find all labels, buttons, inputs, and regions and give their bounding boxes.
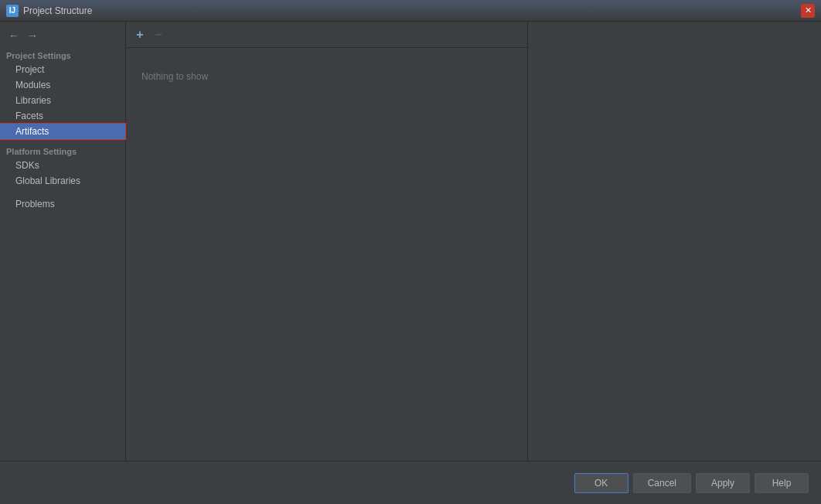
main-container: ← → Project Settings Project Modules Lib… xyxy=(0,22,821,504)
right-panel xyxy=(527,22,821,461)
title-bar-left: IJ Project Structure xyxy=(6,5,92,17)
panel-toolbar: + − xyxy=(126,22,527,48)
content-area: ← → Project Settings Project Modules Lib… xyxy=(0,22,821,461)
apply-button[interactable]: Apply xyxy=(696,473,750,493)
sidebar-item-sdks[interactable]: SDKs xyxy=(0,158,125,173)
sidebar-nav: ← → xyxy=(0,25,125,48)
sidebar-item-problems[interactable]: Problems xyxy=(0,196,125,212)
remove-artifact-button[interactable]: − xyxy=(151,27,166,43)
main-panel: + − Nothing to show xyxy=(126,22,527,461)
sidebar-item-global-libraries[interactable]: Global Libraries xyxy=(0,173,125,189)
title-bar: IJ Project Structure ✕ xyxy=(0,0,821,22)
add-artifact-button[interactable]: + xyxy=(132,27,148,43)
sidebar-item-modules[interactable]: Modules xyxy=(0,77,125,93)
close-button[interactable]: ✕ xyxy=(801,4,815,18)
sidebar-item-project[interactable]: Project xyxy=(0,62,125,77)
bottom-bar: OK Cancel Apply Help xyxy=(0,461,821,504)
ok-button[interactable]: OK xyxy=(574,473,629,493)
app-icon: IJ xyxy=(6,5,19,17)
platform-settings-header: Platform Settings xyxy=(0,144,125,158)
empty-message: Nothing to show xyxy=(141,71,208,82)
cancel-button[interactable]: Cancel xyxy=(633,473,691,493)
back-button[interactable]: ← xyxy=(6,28,22,43)
sidebar-item-facets[interactable]: Facets xyxy=(0,108,125,124)
window-title: Project Structure xyxy=(23,5,92,16)
help-button[interactable]: Help xyxy=(755,473,809,493)
project-settings-header: Project Settings xyxy=(0,48,125,62)
panel-content: Nothing to show xyxy=(126,48,527,461)
sidebar-item-libraries[interactable]: Libraries xyxy=(0,93,125,108)
forward-button[interactable]: → xyxy=(25,28,40,43)
sidebar-item-artifacts[interactable]: Artifacts xyxy=(0,124,125,139)
sidebar: ← → Project Settings Project Modules Lib… xyxy=(0,22,126,461)
